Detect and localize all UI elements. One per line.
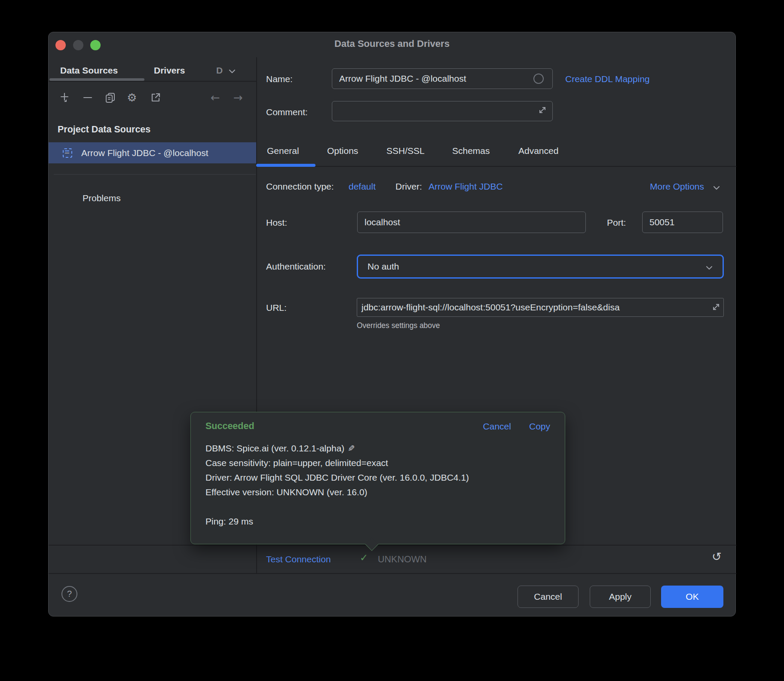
content-tab-border — [256, 166, 736, 167]
edit-pencil-icon[interactable]: ✎ — [348, 441, 355, 456]
url-label: URL: — [266, 301, 287, 314]
tab-general[interactable]: General — [267, 144, 299, 157]
name-label: Name: — [266, 73, 293, 86]
cancel-button[interactable]: Cancel — [518, 586, 579, 608]
tab-strip-border — [49, 81, 256, 82]
tab-drivers[interactable]: Drivers — [154, 63, 185, 78]
data-source-row-selected[interactable]: Arrow Flight JDBC - @localhost — [49, 142, 256, 163]
tab-ssh-ssl[interactable]: SSH/SSL — [386, 144, 425, 157]
authentication-label: Authentication: — [266, 260, 326, 273]
tab-data-sources[interactable]: Data Sources — [60, 63, 118, 78]
data-source-label: Arrow Flight JDBC - @localhost — [81, 148, 208, 158]
chevron-down-icon[interactable] — [712, 184, 721, 192]
popup-line-effective-version: Effective version: UNKNOWN (ver. 16.0) — [205, 485, 550, 500]
status-row-border — [49, 545, 736, 546]
connection-type-label: Connection type: — [266, 180, 334, 193]
tab-schemas[interactable]: Schemas — [452, 144, 490, 157]
test-connection-link[interactable]: Test Connection — [266, 553, 331, 566]
test-connection-result-popup: Succeeded Cancel Copy DBMS: Spice.ai (ve… — [190, 412, 565, 544]
connection-result-text: UNKNOWN — [378, 553, 426, 566]
active-content-tab-indicator — [256, 164, 315, 167]
popup-line-driver: Driver: Arrow Flight SQL JDBC Driver Cor… — [205, 470, 550, 485]
comment-input[interactable] — [332, 101, 553, 121]
popup-line-case-sensitivity: Case sensitivity: plain=upper, delimited… — [205, 456, 550, 470]
popup-cancel-link[interactable]: Cancel — [483, 421, 511, 432]
url-hint-text: Overrides settings above — [357, 321, 440, 330]
expand-icon[interactable] — [710, 301, 722, 313]
create-ddl-mapping-link[interactable]: Create DDL Mapping — [565, 73, 650, 86]
popup-pointer — [365, 537, 378, 551]
authentication-value: No auth — [368, 261, 399, 272]
port-input[interactable] — [642, 212, 723, 233]
host-input[interactable] — [357, 212, 586, 233]
url-input[interactable]: jdbc:arrow-flight-sql://localhost:50051?… — [357, 298, 724, 317]
sidebar-section-divider — [54, 174, 256, 175]
footer-border — [49, 573, 736, 574]
tab-ddl-truncated[interactable]: D — [216, 63, 223, 78]
help-button[interactable]: ? — [61, 586, 77, 602]
status-badge: Succeeded — [205, 421, 254, 432]
open-in-new-icon[interactable] — [150, 92, 162, 104]
data-source-icon — [63, 148, 72, 158]
loading-spinner-icon — [533, 74, 544, 84]
project-data-sources-header: Project Data Sources — [58, 123, 150, 136]
authentication-select[interactable]: No auth — [357, 255, 724, 279]
add-data-source-button[interactable] — [59, 92, 71, 104]
chevron-down-icon[interactable] — [227, 67, 237, 76]
name-input[interactable] — [332, 68, 553, 89]
comment-label: Comment: — [266, 106, 308, 119]
chevron-down-icon — [704, 263, 714, 273]
connection-type-value-link[interactable]: default — [349, 180, 376, 193]
expand-icon[interactable] — [537, 104, 548, 116]
gear-icon[interactable]: ⚙ — [126, 92, 138, 104]
remove-data-source-button[interactable] — [82, 92, 94, 104]
port-label: Port: — [607, 216, 626, 229]
success-check-icon: ✓ — [360, 552, 368, 563]
apply-button[interactable]: Apply — [590, 586, 651, 608]
popup-line-dbms: DBMS: Spice.ai (ver. 0.12.1-alpha)✎ — [205, 441, 550, 456]
window-title: Data Sources and Drivers — [49, 38, 735, 49]
popup-line-ping: Ping: 29 ms — [205, 514, 550, 529]
ok-button[interactable]: OK — [661, 586, 723, 608]
revert-icon[interactable]: ↺ — [712, 550, 722, 563]
back-arrow-icon[interactable]: ← — [209, 92, 221, 104]
tab-advanced[interactable]: Advanced — [518, 144, 558, 157]
popup-copy-link[interactable]: Copy — [529, 421, 550, 432]
more-options-link[interactable]: More Options — [650, 180, 704, 193]
tab-options[interactable]: Options — [327, 144, 358, 157]
host-label: Host: — [266, 216, 287, 229]
driver-value-link[interactable]: Arrow Flight JDBC — [429, 180, 503, 193]
data-sources-dialog: Data Sources and Drivers Data Sources Dr… — [48, 32, 736, 617]
driver-label: Driver: — [395, 180, 422, 193]
forward-arrow-icon[interactable]: → — [232, 92, 244, 104]
screenshot-stage: Data Sources and Drivers Data Sources Dr… — [0, 0, 784, 681]
sidebar-item-problems[interactable]: Problems — [83, 192, 121, 205]
duplicate-icon[interactable] — [104, 92, 116, 104]
